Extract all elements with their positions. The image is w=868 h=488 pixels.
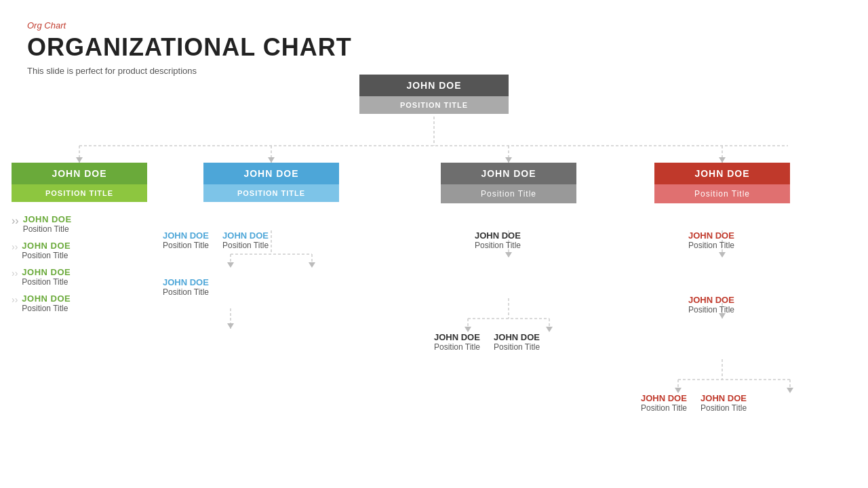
- list-item: JOHN DOE Position Title: [494, 332, 540, 352]
- child-title: Position Title: [22, 277, 71, 287]
- grandchild-title: Position Title: [163, 287, 209, 297]
- svg-marker-31: [465, 327, 471, 332]
- top-node-title: POSITION TITLE: [359, 96, 509, 114]
- grandchild-name: JOHN DOE: [163, 277, 209, 287]
- tag-label: Org Chart: [27, 20, 841, 30]
- col4-name: JOHN DOE: [654, 163, 790, 184]
- svg-marker-32: [546, 327, 553, 332]
- grandchild-title: Position Title: [701, 403, 747, 413]
- col2-title: POSITION TITLE: [203, 184, 339, 202]
- grandchild: JOHN DOE Position Title: [163, 277, 209, 297]
- child-name: JOHN DOE: [163, 230, 209, 241]
- child-title: Position Title: [222, 241, 269, 250]
- list-item: ›› JOHN DOE Position Title: [12, 241, 147, 260]
- svg-marker-23: [268, 157, 275, 163]
- list-item: JOHN DOE Position Title: [701, 393, 747, 413]
- child-name: JOHN DOE: [222, 230, 269, 241]
- child-name: JOHN DOE: [22, 267, 71, 277]
- grandchild-title: Position Title: [641, 403, 687, 413]
- grandchild-name: JOHN DOE: [434, 332, 480, 342]
- svg-marker-34: [675, 388, 682, 393]
- child-name: JOHN DOE: [22, 293, 71, 304]
- top-node: JOHN DOE POSITION TITLE: [359, 75, 509, 114]
- arrow-icon: ››: [12, 242, 18, 251]
- col1-node: JOHN DOE POSITION TITLE ›› JOHN DOE Posi…: [12, 163, 147, 320]
- grandchild-name: JOHN DOE: [701, 393, 747, 403]
- arrow-icon: ››: [12, 216, 19, 226]
- svg-marker-30: [227, 323, 234, 329]
- svg-marker-25: [719, 157, 726, 163]
- grandchild-title: Position Title: [434, 342, 480, 352]
- subchild-name: JOHN DOE: [688, 295, 734, 305]
- list-item: ›› JOHN DOE Position Title: [12, 214, 147, 234]
- svg-marker-35: [787, 388, 793, 393]
- child-title: Position Title: [688, 241, 734, 250]
- svg-marker-26: [505, 252, 512, 258]
- col4-title: Position Title: [654, 184, 790, 203]
- col3-node: JOHN DOE Position Title JOHN DOE Positio…: [441, 163, 576, 203]
- list-item: ›› JOHN DOE Position Title: [12, 293, 147, 313]
- child-name: JOHN DOE: [475, 230, 521, 241]
- child-title: Position Title: [475, 241, 521, 250]
- col2-children: JOHN DOE Position Title JOHN DOE Positio…: [163, 230, 339, 297]
- top-node-name: JOHN DOE: [359, 75, 509, 96]
- subchild-title: Position Title: [688, 305, 734, 314]
- child-title: Position Title: [22, 251, 71, 260]
- col1-title: POSITION TITLE: [12, 184, 147, 202]
- svg-marker-27: [719, 252, 726, 258]
- col3-title: Position Title: [441, 184, 576, 203]
- list-item: JOHN DOE Position Title JOHN DOE Positio…: [163, 230, 209, 297]
- list-item: JOHN DOE Position Title: [222, 230, 269, 297]
- child-name: JOHN DOE: [22, 241, 71, 251]
- svg-marker-22: [76, 157, 83, 163]
- grandchild-name: JOHN DOE: [641, 393, 687, 403]
- grandchild-title: Position Title: [494, 342, 540, 352]
- grandchild-name: JOHN DOE: [494, 332, 540, 342]
- main-title: ORGANIZATIONAL CHART: [27, 33, 841, 62]
- child-title: Position Title: [23, 224, 72, 234]
- col2-name: JOHN DOE: [203, 163, 339, 184]
- col3-grandchildren: JOHN DOE Position Title JOHN DOE Positio…: [434, 332, 597, 352]
- arrow-icon: ››: [12, 268, 18, 278]
- col4-node: JOHN DOE Position Title JOHN DOE Positio…: [654, 163, 790, 203]
- child-name: JOHN DOE: [688, 230, 734, 241]
- col4-child: JOHN DOE Position Title: [688, 230, 734, 250]
- list-item: JOHN DOE Position Title: [434, 332, 480, 352]
- child-title: Position Title: [163, 241, 209, 250]
- list-item: JOHN DOE Position Title: [641, 393, 687, 413]
- arrow-icon: ››: [12, 295, 18, 304]
- svg-marker-24: [505, 157, 512, 163]
- col1-name: JOHN DOE: [12, 163, 147, 184]
- col4-subchild: JOHN DOE Position Title: [688, 295, 734, 314]
- col2-node: JOHN DOE POSITION TITLE JOHN DOE Positio…: [203, 163, 339, 202]
- col3-name: JOHN DOE: [441, 163, 576, 184]
- col4-grandchildren: JOHN DOE Position Title JOHN DOE Positio…: [641, 393, 817, 413]
- child-title: Position Title: [22, 304, 71, 313]
- col3-child: JOHN DOE Position Title: [475, 230, 521, 250]
- col1-children: ›› JOHN DOE Position Title ›› JOHN DOE P…: [12, 214, 147, 313]
- child-name: JOHN DOE: [23, 214, 72, 224]
- list-item: ›› JOHN DOE Position Title: [12, 267, 147, 287]
